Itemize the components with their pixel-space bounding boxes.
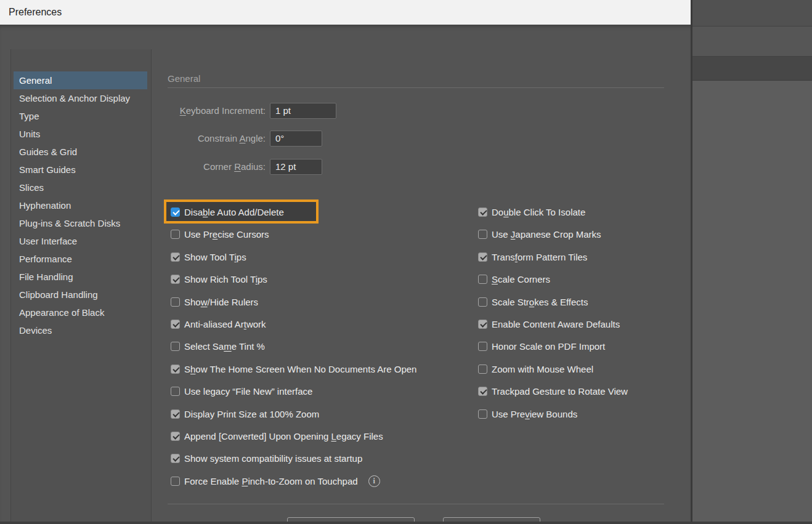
- mnemonic-underline: o: [529, 297, 534, 307]
- constrain-angle-input[interactable]: 0°: [270, 131, 322, 147]
- sidebar-item-performance[interactable]: Performance: [14, 250, 147, 268]
- mnemonic-underline: h: [190, 364, 195, 374]
- checkbox-use-japanese-crop-marks[interactable]: Use Japanese Crop Marks: [478, 227, 601, 241]
- checkbox-force-enable-pinch-to-zoom-on-touchpad[interactable]: Force Enable Pinch-to-Zoom on Touchpadi: [171, 474, 380, 488]
- checked-checkbox-icon[interactable]: [171, 320, 180, 329]
- mnemonic-underline: J: [511, 229, 516, 240]
- info-icon[interactable]: i: [368, 475, 380, 487]
- checked-checkbox-icon[interactable]: [171, 454, 180, 463]
- checkbox-double-click-to-isolate[interactable]: Double Click To Isolate: [478, 205, 585, 219]
- checkbox-show-tool-tips[interactable]: Show Tool Tips: [171, 250, 246, 264]
- dialog-titlebar[interactable]: Preferences: [0, 0, 691, 25]
- checked-checkbox-icon[interactable]: [478, 252, 487, 262]
- checkbox-label: Show/Hide Rulers: [184, 297, 258, 307]
- checked-checkbox-icon[interactable]: [171, 275, 180, 284]
- sidebar-item-file-handling[interactable]: File Handling: [14, 268, 147, 286]
- checkbox-show-rich-tool-tips[interactable]: Show Rich Tool Tips: [171, 272, 267, 286]
- mnemonic-underline: m: [224, 341, 232, 352]
- mnemonic-underline: S: [492, 274, 498, 284]
- checkbox-use-precise-cursors[interactable]: Use Precise Cursors: [171, 227, 269, 241]
- checkbox-label: Show system compatibility issues at star…: [184, 453, 362, 464]
- unchecked-checkbox-icon[interactable]: [171, 230, 180, 239]
- sidebar-item-user-interface[interactable]: User Interface: [14, 232, 147, 250]
- checked-checkbox-icon[interactable]: [478, 387, 487, 396]
- unchecked-checkbox-icon[interactable]: [478, 275, 487, 284]
- checkbox-append-converted-upon-opening-legacy-files[interactable]: Append [Converted] Upon Opening Legacy F…: [171, 429, 383, 443]
- checked-checkbox-icon[interactable]: [171, 432, 180, 441]
- keyboard-increment-input[interactable]: 1 pt: [270, 103, 336, 119]
- checkbox-label: Scale Corners: [492, 274, 550, 284]
- checked-checkbox-icon[interactable]: [478, 320, 487, 329]
- mnemonic-underline: i: [256, 274, 258, 284]
- sidebar-item-hyphenation[interactable]: Hyphenation: [14, 196, 147, 214]
- checkbox-label: Enable Content Aware Defaults: [492, 319, 620, 329]
- checkbox-label: Use Japanese Crop Marks: [492, 229, 601, 240]
- sidebar-item-smart-guides[interactable]: Smart Guides: [14, 161, 147, 179]
- checkbox-label: Use Preview Bounds: [492, 409, 577, 419]
- unchecked-checkbox-icon[interactable]: [171, 477, 180, 486]
- background-panel-header: [692, 57, 812, 81]
- sidebar-item-type[interactable]: Type: [14, 107, 147, 125]
- checkbox-show-hide-rulers[interactable]: Show/Hide Rulers: [171, 295, 258, 308]
- checkbox-zoom-with-mouse-wheel[interactable]: Zoom with Mouse Wheel: [478, 362, 593, 376]
- checkbox-use-legacy-file-new-interface[interactable]: Use legacy “File New” interface: [171, 384, 312, 398]
- checked-checkbox-icon[interactable]: [171, 208, 180, 217]
- dialog-title: Preferences: [9, 7, 62, 18]
- checkbox-label: Scale Strokes & Effects: [492, 297, 588, 307]
- checked-checkbox-icon[interactable]: [171, 409, 180, 419]
- checkbox-show-the-home-screen-when-no-documents-are-open[interactable]: Show The Home Screen When No Documents A…: [171, 362, 416, 376]
- checkbox-label: Use legacy “File New” interface: [184, 386, 312, 397]
- panel-title: General: [168, 73, 200, 84]
- mnemonic-underline: K: [180, 105, 186, 116]
- checkbox-label: Select Same Tint %: [184, 341, 265, 352]
- checkbox-label: Anti-aliased Artwork: [184, 319, 266, 329]
- sidebar: GeneralSelection & Anchor DisplayTypeUni…: [10, 49, 152, 524]
- checkbox-label: Disable Auto Add/Delete: [184, 207, 284, 217]
- mnemonic-underline: f: [515, 252, 518, 262]
- checkbox-use-preview-bounds[interactable]: Use Preview Bounds: [478, 407, 577, 421]
- corner-radius-input[interactable]: 12 pt: [270, 159, 322, 175]
- unchecked-checkbox-icon[interactable]: [171, 297, 180, 307]
- unchecked-checkbox-icon[interactable]: [171, 342, 180, 351]
- checkbox-label: Display Print Size at 100% Zoom: [184, 409, 319, 419]
- sidebar-item-devices[interactable]: Devices: [14, 321, 147, 339]
- checkbox-select-same-tint[interactable]: Select Same Tint %: [171, 339, 265, 353]
- unchecked-checkbox-icon[interactable]: [478, 409, 487, 419]
- mnemonic-underline: v: [525, 409, 530, 419]
- unchecked-checkbox-icon[interactable]: [478, 230, 487, 239]
- checkbox-trackpad-gesture-to-rotate-view[interactable]: Trackpad Gesture to Rotate View: [478, 384, 628, 398]
- sidebar-item-selection-anchor-display[interactable]: Selection & Anchor Display: [14, 89, 147, 107]
- constrain-angle-label: Constrain Angle:: [154, 131, 266, 147]
- checkbox-enable-content-aware-defaults[interactable]: Enable Content Aware Defaults: [478, 317, 620, 331]
- mnemonic-underline: i: [234, 252, 236, 262]
- sidebar-item-slices[interactable]: Slices: [14, 179, 147, 196]
- checked-checkbox-icon[interactable]: [171, 365, 180, 374]
- background-menubar: [692, 0, 812, 26]
- checkbox-scale-strokes-effects[interactable]: Scale Strokes & Effects: [478, 295, 588, 308]
- unchecked-checkbox-icon[interactable]: [171, 387, 180, 396]
- mnemonic-underline: A: [239, 133, 245, 143]
- sidebar-item-appearance-of-black[interactable]: Appearance of Black: [14, 304, 147, 321]
- mnemonic-underline: b: [203, 207, 208, 217]
- checkbox-transform-pattern-tiles[interactable]: Transform Pattern Tiles: [478, 250, 587, 264]
- sidebar-item-general[interactable]: General: [14, 71, 147, 89]
- sidebar-item-clipboard-handling[interactable]: Clipboard Handling: [14, 286, 147, 304]
- checked-checkbox-icon[interactable]: [478, 208, 487, 217]
- checkbox-honor-scale-on-pdf-import[interactable]: Honor Scale on PDF Import: [478, 339, 605, 353]
- unchecked-checkbox-icon[interactable]: [478, 297, 487, 307]
- sidebar-item-guides-grid[interactable]: Guides & Grid: [14, 143, 147, 161]
- checkbox-label: Transform Pattern Tiles: [492, 252, 587, 262]
- corner-radius-label: Corner Radius:: [154, 159, 266, 175]
- unchecked-checkbox-icon[interactable]: [478, 365, 487, 374]
- checked-checkbox-icon[interactable]: [171, 252, 180, 262]
- sidebar-item-units[interactable]: Units: [14, 125, 147, 143]
- sidebar-item-plug-ins-scratch-disks[interactable]: Plug-ins & Scratch Disks: [14, 214, 147, 232]
- checkbox-anti-aliased-artwork[interactable]: Anti-aliased Artwork: [171, 317, 266, 331]
- checkbox-display-print-size-at-100-zoom[interactable]: Display Print Size at 100% Zoom: [171, 407, 319, 421]
- checkbox-disable-auto-add-delete[interactable]: Disable Auto Add/Delete: [171, 205, 284, 219]
- checkbox-show-system-compatibility-issues-at-startup[interactable]: Show system compatibility issues at star…: [171, 451, 362, 465]
- mnemonic-underline: w: [201, 297, 208, 307]
- unchecked-checkbox-icon[interactable]: [478, 342, 487, 351]
- checkbox-scale-corners[interactable]: Scale Corners: [478, 272, 550, 286]
- checkbox-label: Double Click To Isolate: [492, 207, 585, 217]
